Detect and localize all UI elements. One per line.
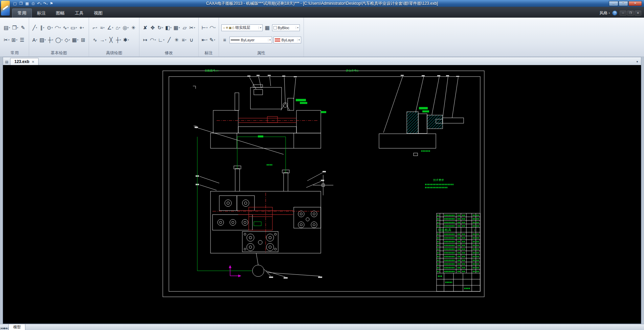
polyline-icon[interactable]: ⌐▾ [91,23,98,32]
last-sheet-icon[interactable]: ▶| [6,327,8,329]
fillet-icon[interactable]: ◠▾ [149,36,157,44]
parallel-line-icon[interactable]: ∥▾ [39,23,46,32]
chevron-down-icon: ▾ [17,26,18,29]
lineweight-select[interactable]: ByLaye ▾ [273,37,301,43]
cross-hatch-icon[interactable]: ╳ [108,36,114,44]
drawing-area[interactable]: 装配图号.H [3,65,641,324]
open-file-icon[interactable]: ❐ [18,1,24,6]
ellipse-icon[interactable]: ◯▾ [54,36,63,44]
copy-icon[interactable]: ❐▾ [12,23,19,32]
chevron-down-icon: ▾ [77,39,79,41]
save-icon[interactable]: ▦ [24,1,30,6]
block-icon[interactable]: ⊞ [80,36,86,44]
chevron-down-icon: ▾ [214,39,215,41]
redo-icon[interactable]: ↷▾ [43,1,48,6]
paste-icon[interactable]: ▤▾ [3,23,11,32]
arrow-line-icon[interactable]: →▾ [99,36,107,44]
table-icon[interactable]: ▦▾ [71,36,79,44]
close-button[interactable]: ✕ [628,1,642,6]
hole-icon[interactable]: ◎▾ [122,23,129,32]
chevron-down-icon: ▾ [206,26,208,29]
print-icon[interactable]: ⎙ [30,1,36,6]
polygon-icon[interactable]: ◇▾ [64,36,71,44]
hatch-icon[interactable]: ▨▾ [39,36,47,44]
new-file-icon[interactable]: ▢ [12,1,18,6]
offset-icon[interactable]: ≡▾ [181,36,187,44]
chamfer-icon[interactable]: ∟▾ [157,36,165,44]
drawing-canvas[interactable]: 装配图号.H [3,65,641,324]
gear-icon[interactable]: ✳ [130,23,137,32]
chevron-down-icon: ▾ [297,39,300,41]
properties-icon[interactable]: ☰ [19,36,25,44]
undo-icon[interactable]: ↶▾ [37,1,42,6]
document-tab-close-icon[interactable]: ✕ [32,60,35,64]
arc-dimension-icon[interactable]: ◠▾ [209,23,216,32]
array-icon[interactable]: ▦▾ [173,23,181,32]
chevron-down-icon: ▾ [45,39,46,41]
rotate-icon[interactable]: ↻▾ [157,23,164,32]
linetype-manager-icon[interactable]: ≡ [221,36,228,44]
layer-select[interactable]: ☼❄▣⎙ 细实线层 ▾ [221,24,263,31]
model-tab[interactable]: 模型 [8,324,25,330]
text-icon[interactable]: A▾ [31,36,38,44]
leader-icon[interactable]: ⇤▾ [201,36,208,44]
help-icon[interactable]: ? [612,11,617,16]
color-select[interactable]: ByBloc ▾ [272,24,300,31]
wave-line-icon[interactable]: ≈▾ [99,23,106,32]
chevron-down-icon: ▾ [36,26,37,29]
centerline-icon[interactable]: ┼▾ [47,36,54,44]
angle-line-icon[interactable]: ∠▾ [106,23,114,32]
scale-icon[interactable]: ▱ [181,23,188,32]
caxa-logo-icon[interactable] [1,1,10,16]
ribbon-tab-5[interactable]: 视图 [89,9,108,18]
chevron-down-icon: ▾ [163,39,164,41]
circle-icon[interactable]: ⊙▾ [46,23,53,32]
erase-icon[interactable]: ✘ [142,23,149,32]
doc-close-icon[interactable]: ✕ [635,11,641,16]
linetype-select[interactable]: ByLayer ▾ [229,37,272,43]
layer-on-icon[interactable]: ☼ [223,25,225,31]
arc-icon[interactable]: ◠▾ [54,23,62,32]
trim-icon[interactable]: ✂▾ [189,23,196,32]
rectangle-icon[interactable]: ▭▾ [70,23,77,32]
break-icon[interactable]: ╱ [166,36,173,44]
explode-icon[interactable]: ✳ [173,36,180,44]
axis-icon[interactable]: ┼▾ [115,36,122,44]
coil-icon[interactable]: ∿ [91,36,98,44]
spline-icon[interactable]: ∿▾ [62,23,69,32]
ribbon-tab-3[interactable]: 图幅 [51,9,70,18]
ribbon-tab-1[interactable]: 常用 [12,8,32,18]
customize-toolbar-icon[interactable]: ⚑ [49,1,54,6]
dim-edit-icon[interactable]: ✎▾ [209,36,216,44]
stretch-icon[interactable]: ↦ [142,36,149,44]
ribbon-tab-2[interactable]: 标注 [32,9,51,18]
line-icon[interactable]: ╱▾ [31,23,38,32]
style-dropdown[interactable]: 风格 ▾ [599,10,610,16]
lineweight-value: ByLaye [282,38,294,42]
maximize-button[interactable]: ❐ [619,1,628,6]
mirror-icon[interactable]: ◧▾ [164,23,172,32]
doc-restore-icon[interactable]: ❐ [627,11,634,16]
pickup-icon[interactable]: ⊞▾ [11,36,18,44]
doc-minimize-icon[interactable]: ─ [620,11,626,16]
point-icon[interactable]: ⌖▾ [78,23,85,32]
cut-icon[interactable]: ✂▾ [3,36,10,44]
ribbon-tab-4[interactable]: 工具 [70,9,89,18]
chevron-down-icon: ▾ [83,26,84,29]
minimize-button[interactable]: ─ [609,1,618,6]
dimension-icon[interactable]: ⊢▾ [201,23,208,32]
document-tab[interactable]: 123.exb ✕ [10,58,38,65]
color-palette-icon[interactable]: ▦ [264,23,271,32]
ribbon: ▤▾❐▾✎ ✂▾⊞▾☰ 常用 ╱▾∥▾⊙▾◠▾∿▾▭▾⌖▾ A▾▨▾┼▾◯▾◇▾… [0,18,644,57]
document-list-dropdown-icon[interactable]: ▼ [636,60,641,65]
join-icon[interactable]: ∪ [188,36,195,44]
layer-print-icon[interactable]: ⎙ [232,25,234,31]
layer-lock-icon[interactable]: ▣ [229,25,232,31]
layer-freeze-icon[interactable]: ❄ [226,25,228,31]
move-icon[interactable]: ✥ [149,23,156,32]
chevron-down-icon: ▾ [296,26,298,29]
symbol-icon[interactable]: ✱▾ [123,36,130,44]
contour-icon[interactable]: ⌂▾ [114,23,121,32]
ribbon-group-label: 常用 [3,50,26,57]
format-painter-icon[interactable]: ✎ [20,23,26,32]
